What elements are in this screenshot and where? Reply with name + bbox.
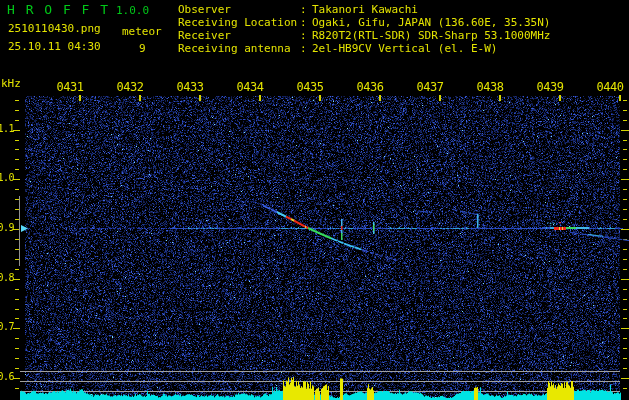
station-info: Observer:Takanori KawachiReceiving Locat…	[178, 3, 550, 55]
app-title: H R O F F T	[7, 3, 110, 17]
info-colon: :	[300, 3, 312, 16]
hrofft-output-image: H R O F F T 1.0.0 2510110430.png meteor …	[0, 0, 629, 400]
station-info-row: Receiver:R820T2(RTL-SDR) SDR-Sharp 53.10…	[178, 29, 550, 42]
observation-mode: meteor	[122, 26, 162, 38]
info-value: Takanori Kawachi	[312, 3, 418, 16]
info-value: Ogaki, Gifu, JAPAN (136.60E, 35.35N)	[312, 16, 550, 29]
info-colon: :	[300, 42, 312, 55]
info-label: Receiving antenna	[178, 42, 300, 55]
spectrogram-canvas	[0, 0, 629, 400]
app-version: 1.0.0	[116, 5, 149, 17]
info-value: 2el-HB9CV Vertical (el. E-W)	[312, 42, 497, 55]
info-label: Receiving Location	[178, 16, 300, 29]
output-filename: 2510110430.png	[8, 23, 101, 35]
station-info-row: Receiving Location:Ogaki, Gifu, JAPAN (1…	[178, 16, 550, 29]
info-value: R820T2(RTL-SDR) SDR-Sharp 53.1000MHz	[312, 29, 550, 42]
echo-count: 9	[139, 43, 146, 55]
info-colon: :	[300, 29, 312, 42]
info-label: Observer	[178, 3, 300, 16]
station-info-row: Receiving antenna:2el-HB9CV Vertical (el…	[178, 42, 550, 55]
info-colon: :	[300, 16, 312, 29]
y-axis-unit: kHz	[1, 78, 21, 90]
observation-datetime: 25.10.11 04:30	[8, 41, 101, 53]
station-info-row: Observer:Takanori Kawachi	[178, 3, 550, 16]
info-label: Receiver	[178, 29, 300, 42]
